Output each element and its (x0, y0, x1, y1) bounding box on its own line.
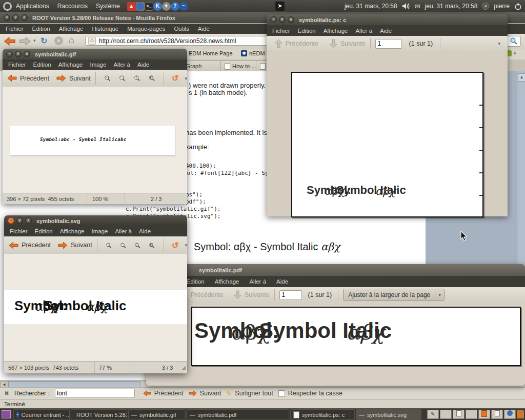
accessibility-launcher-icon[interactable]: ✦ (162, 2, 171, 11)
next-page-button[interactable]: Suivante (234, 290, 270, 299)
menu-edition[interactable]: Édition (35, 228, 53, 234)
menu-fichier[interactable]: Fichier (6, 26, 24, 32)
svg-titlebar[interactable]: ×∨∧ symbolitalic.svg (4, 215, 187, 226)
toolbar-overflow-icon[interactable]: ▾ (185, 243, 187, 248)
toolbar-overflow-icon[interactable]: ▾ (185, 76, 187, 81)
menu-historique[interactable]: Historique (92, 26, 118, 32)
tray-window-3[interactable] (453, 410, 465, 419)
panel-menu-applications[interactable]: Applications (16, 3, 49, 10)
menu-aller-a[interactable]: Aller à (115, 228, 132, 234)
menu-fichier[interactable]: Fichier (272, 28, 290, 34)
clock-right[interactable]: jeu. 31 mars, 20:58 (425, 3, 478, 10)
menu-aide[interactable]: Aide (380, 28, 392, 34)
zoom-select[interactable]: Ajuster à la largeur de la page ▾ (343, 289, 445, 301)
menu-affichage[interactable]: Affichage (58, 62, 83, 68)
launcher-icon-1[interactable]: ▲ (127, 2, 136, 11)
next-page-button[interactable]: Suivante (330, 39, 366, 48)
checkbox-icon[interactable] (278, 390, 285, 397)
zoom-in-icon[interactable]: + (106, 241, 112, 250)
zoom-fit-icon[interactable] (149, 74, 155, 83)
minimize-button[interactable]: ∨ (16, 217, 23, 224)
mail-launcher-icon[interactable]: ~ (179, 2, 188, 11)
clock-left[interactable]: jeu. 31 mars, 20:58 (345, 3, 397, 10)
power-icon[interactable] (514, 3, 522, 10)
zoom-select-arrow-icon[interactable]: ▾ (435, 289, 444, 301)
tray-window-7[interactable] (504, 410, 516, 419)
forward-button[interactable] (19, 37, 31, 48)
menu-aller-a[interactable]: Aller à (355, 28, 372, 34)
volume-icon[interactable] (402, 3, 410, 10)
panel-menu-raccourcis[interactable]: Raccourcis (57, 3, 88, 10)
tray-window-1[interactable]: ✎ (427, 410, 439, 419)
close-button[interactable]: × (270, 16, 277, 23)
panel-menu-systeme[interactable]: Système (96, 3, 120, 10)
svg-image-area[interactable]: Symbol: αβχ Symbol Italic αβχ (4, 254, 187, 362)
close-button[interactable]: × (4, 14, 10, 21)
task-mail[interactable]: ~Courrier entrant - ... (13, 409, 70, 420)
user-menu[interactable]: pierre (494, 3, 510, 10)
minimize-button[interactable]: ∨ (15, 51, 22, 57)
mail-indicator-icon[interactable]: ✉ (415, 3, 420, 10)
menu-fichier[interactable]: Fichier (8, 62, 26, 68)
next-image-button[interactable]: Suivant (56, 74, 91, 82)
pdf-titlebar[interactable]: ×∨∧ symbolitalic.pdf (146, 264, 525, 276)
screen-tool-icon[interactable]: ➤ (275, 2, 285, 11)
menu-marque-pages[interactable]: Marque-pages (127, 26, 165, 32)
minimize-button[interactable]: ∨ (279, 16, 286, 23)
maximize-button[interactable]: ∧ (21, 14, 28, 21)
maximize-button[interactable]: ∧ (25, 217, 32, 224)
close-button[interactable]: × (8, 217, 14, 224)
back-button[interactable] (4, 37, 16, 48)
menu-aide[interactable]: Aide (137, 62, 149, 68)
close-button[interactable]: × (6, 51, 13, 57)
tray-window-2[interactable] (440, 410, 452, 419)
match-case-checkbox[interactable]: Respecter la casse (278, 390, 342, 397)
menu-affichage[interactable]: Affichage (60, 228, 85, 234)
find-input[interactable] (55, 389, 135, 398)
maximize-button[interactable]: ∧ (288, 16, 294, 23)
menu-image[interactable]: Image (91, 228, 108, 234)
menu-aide[interactable]: Aide (139, 228, 151, 234)
menu-affichage[interactable]: Affichage (215, 278, 239, 285)
maximize-button[interactable]: ∧ (24, 51, 30, 57)
gif-titlebar[interactable]: ×∨∧ symbolitalic.gif (3, 49, 187, 59)
menu-affichage[interactable]: Affichage (324, 28, 348, 34)
menu-edition[interactable]: Édition (298, 28, 316, 34)
zoom-fit-icon[interactable] (149, 241, 155, 250)
minimize-button[interactable]: ∨ (12, 14, 19, 21)
task-firefox[interactable]: ROOT Version 5.28... (71, 409, 127, 420)
menu-edition[interactable]: Édition (187, 278, 205, 285)
menu-aller-a[interactable]: Aller à (249, 278, 266, 285)
find-prev-button[interactable]: Précédent (143, 390, 184, 397)
firefox-launcher-icon[interactable] (136, 2, 145, 11)
home-icon[interactable]: ⌂ (69, 35, 74, 46)
menu-outils[interactable]: Outils (174, 26, 189, 32)
trash-applet-icon[interactable] (517, 410, 524, 418)
menu-aide[interactable]: Aide (276, 278, 288, 285)
rotate-icon[interactable]: ↺ (172, 73, 178, 83)
tray-window-4[interactable] (466, 410, 477, 419)
task-pdf[interactable]: —symbolitalic.pdf (187, 409, 289, 420)
zoom-out-icon[interactable]: − (120, 241, 126, 250)
zoom-normal-icon[interactable]: 1 (134, 241, 140, 250)
menu-fichier[interactable]: Fichier (10, 228, 28, 234)
menu-aller-a[interactable]: Aller à (113, 62, 130, 68)
task-ps[interactable]: symbolitalic.ps: c (290, 409, 355, 420)
menu-affichage[interactable]: Affichage (59, 26, 84, 32)
user-status-icon[interactable]: ✕ (482, 3, 489, 10)
scroll-up-arrow[interactable]: ▲ (518, 73, 525, 82)
find-next-button[interactable]: Suivant (189, 390, 221, 397)
previous-image-button[interactable]: Précédent (7, 74, 49, 82)
reload-icon[interactable]: ↻ (41, 36, 47, 46)
next-image-button[interactable]: Suivant (58, 242, 92, 249)
menu-edition[interactable]: Édition (33, 62, 51, 68)
ps-titlebar[interactable]: ×∨∧ symbolitalic.ps: c (267, 14, 508, 25)
zoom-out-icon[interactable]: − (119, 74, 126, 83)
history-dropdown-icon[interactable]: ▾ (33, 38, 36, 43)
menu-edition[interactable]: Édition (32, 26, 50, 32)
pdf-document-area[interactable]: Symbol: αβχ Symbol Italic αβχ (146, 303, 525, 386)
k-app-launcher-icon[interactable]: K (153, 2, 162, 11)
gif-image-area[interactable]: Symbol:abc - Symbol Italicabc (3, 87, 187, 193)
terminal-launcher-icon[interactable]: >_ (145, 2, 153, 11)
show-desktop-icon[interactable] (2, 410, 11, 418)
